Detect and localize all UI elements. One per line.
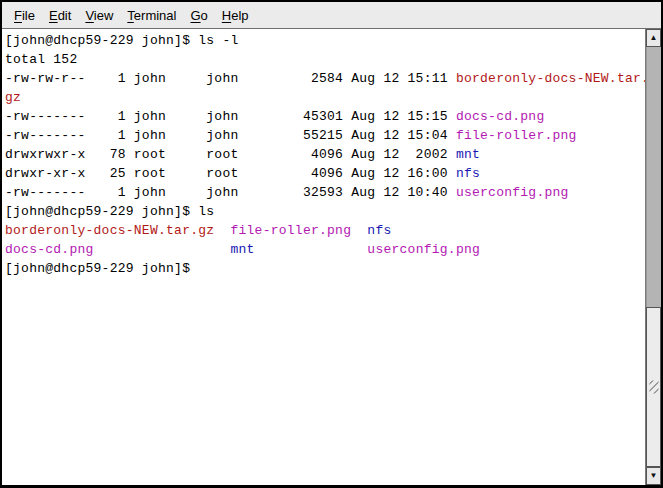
terminal-text-segment: [john@dhcp59-229 john]$ (5, 261, 198, 276)
terminal-text-segment: docs-cd.png (456, 109, 545, 124)
terminal-line: [john@dhcp59-229 john]$ ls (5, 202, 645, 221)
terminal-line: -rw-rw-r-- 1 john john 2584 Aug 12 15:11… (5, 69, 645, 88)
terminal-text-segment: docs-cd.png (5, 242, 94, 257)
terminal-line: gz (5, 88, 645, 107)
terminal-text-segment: total 152 (5, 52, 77, 67)
scroll-down-button[interactable]: ▼ (646, 467, 661, 485)
terminal-text-segment: gz (5, 90, 21, 105)
terminal-text-segment (214, 223, 230, 238)
terminal-text-segment: borderonly-docs-NEW.tar.gz (5, 223, 214, 238)
terminal-text-segment: file-roller.png (456, 128, 577, 143)
terminal-line: docs-cd.png mnt userconfig.png (5, 240, 645, 259)
terminal-text-segment (255, 242, 368, 257)
terminal-text-segment: [john@dhcp59-229 john]$ ls (5, 204, 214, 219)
menu-go[interactable]: Go (183, 5, 214, 26)
terminal-text-segment: drwxr-xr-x 25 root root 4096 Aug 12 16:0… (5, 166, 456, 181)
up-arrow-icon: ▲ (650, 34, 658, 42)
scrollbar[interactable]: ▲ ▼ (645, 29, 661, 485)
terminal-text-segment: nfs (367, 223, 391, 238)
terminal-line: -rw------- 1 john john 45301 Aug 12 15:1… (5, 107, 645, 126)
terminal-line: total 152 (5, 50, 645, 69)
terminal-text-segment: nfs (456, 166, 480, 181)
terminal-line: borderonly-docs-NEW.tar.gz file-roller.p… (5, 221, 645, 240)
scrollbar-grip-icon (649, 381, 658, 394)
scrollbar-trough[interactable] (646, 47, 661, 467)
terminal-text-segment: userconfig.png (367, 242, 480, 257)
terminal-text-segment: -rw------- 1 john john 55215 Aug 12 15:0… (5, 128, 456, 143)
terminal-text-segment: borderonly-docs-NEW.tar. (456, 71, 645, 86)
terminal-line: -rw------- 1 john john 55215 Aug 12 15:0… (5, 126, 645, 145)
terminal-text-segment: -rw------- 1 john john 45301 Aug 12 15:1… (5, 109, 456, 124)
terminal-text-segment: file-roller.png (230, 223, 351, 238)
menu-view[interactable]: View (78, 5, 120, 26)
terminal-output[interactable]: [john@dhcp59-229 john]$ ls -ltotal 152-r… (2, 29, 645, 485)
down-arrow-icon: ▼ (650, 472, 658, 480)
terminal-line: drwxrwxr-x 78 root root 4096 Aug 12 2002… (5, 145, 645, 164)
terminal-line: -rw------- 1 john john 32593 Aug 12 10:4… (5, 183, 645, 202)
scroll-up-button[interactable]: ▲ (646, 29, 661, 47)
terminal-text-segment: -rw-rw-r-- 1 john john 2584 Aug 12 15:11 (5, 71, 456, 86)
menu-file[interactable]: File (7, 5, 42, 26)
terminal-text-segment: -rw------- 1 john john 32593 Aug 12 10:4… (5, 185, 456, 200)
terminal-window: FileEditViewTerminalGoHelp [john@dhcp59-… (0, 0, 663, 488)
terminal-text-segment: mnt (456, 147, 480, 162)
terminal-text-segment: mnt (230, 242, 254, 257)
terminal-text-segment: userconfig.png (456, 185, 569, 200)
terminal-line: [john@dhcp59-229 john]$ ls -l (5, 31, 645, 50)
terminal-text-segment: drwxrwxr-x 78 root root 4096 Aug 12 2002 (5, 147, 456, 162)
menu-help[interactable]: Help (215, 5, 256, 26)
terminal-line: drwxr-xr-x 25 root root 4096 Aug 12 16:0… (5, 164, 645, 183)
terminal-text-segment (94, 242, 231, 257)
menu-bar: FileEditViewTerminalGoHelp (2, 2, 661, 29)
menu-edit[interactable]: Edit (42, 5, 78, 26)
window-content: [john@dhcp59-229 john]$ ls -ltotal 152-r… (2, 29, 661, 485)
menu-terminal[interactable]: Terminal (120, 5, 183, 26)
terminal-text-segment: [john@dhcp59-229 john]$ ls -l (5, 33, 239, 48)
terminal-text-segment (351, 223, 367, 238)
prompt-line: [john@dhcp59-229 john]$ (5, 259, 645, 278)
scrollbar-thumb[interactable] (646, 307, 661, 467)
